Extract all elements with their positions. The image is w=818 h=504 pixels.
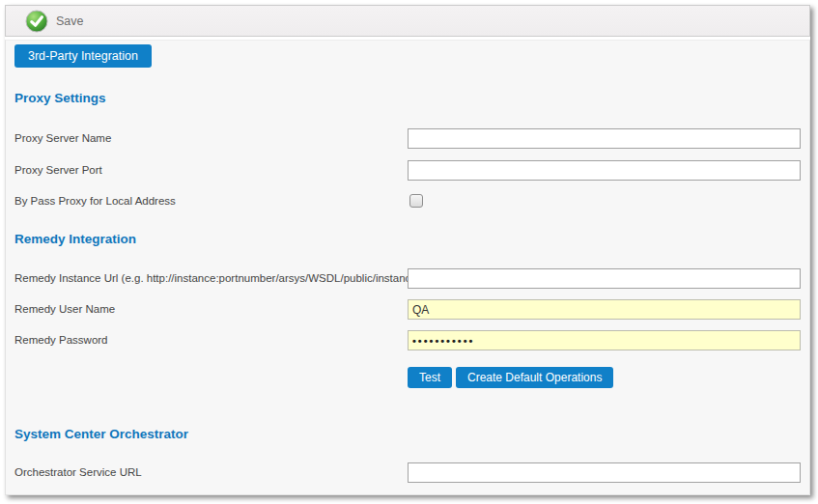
remedy-password-input[interactable]	[408, 330, 801, 350]
toolbar: Save	[5, 5, 810, 37]
proxy-server-port-input[interactable]	[408, 160, 801, 181]
save-check-icon	[25, 10, 48, 33]
orchestrator-service-url-input[interactable]	[408, 462, 801, 483]
remedy-user-name-input[interactable]	[408, 299, 801, 320]
save-button-label: Save	[56, 14, 84, 28]
system-center-orchestrator-title: System Center Orchestrator	[14, 427, 188, 441]
remedy-instance-url-input[interactable]	[408, 268, 801, 289]
create-default-operations-button[interactable]: Create Default Operations	[456, 367, 613, 388]
remedy-password-label: Remedy Password	[14, 330, 108, 350]
content-panel: 3rd-Party Integration Proxy Settings Pro…	[5, 40, 810, 495]
bypass-proxy-label: By Pass Proxy for Local Address	[14, 191, 176, 211]
remedy-instance-url-row: Remedy Instance Url (e.g. http://instanc…	[6, 268, 811, 289]
remedy-instance-url-label: Remedy Instance Url (e.g. http://instanc…	[14, 268, 421, 289]
remedy-password-row: Remedy Password	[6, 330, 811, 350]
bypass-proxy-checkbox[interactable]	[409, 194, 423, 208]
tab-3rd-party-integration[interactable]: 3rd-Party Integration	[14, 44, 152, 68]
proxy-server-name-label: Proxy Server Name	[14, 128, 111, 149]
remedy-buttons-row: Test Create Default Operations	[6, 367, 811, 388]
proxy-server-name-row: Proxy Server Name	[6, 128, 811, 149]
orchestrator-service-url-row: Orchestrator Service URL	[6, 462, 811, 483]
settings-window: Save 3rd-Party Integration Proxy Setting…	[5, 5, 810, 495]
save-button[interactable]: Save	[19, 8, 90, 35]
orchestrator-service-url-label: Orchestrator Service URL	[14, 462, 142, 483]
remedy-user-name-row: Remedy User Name	[6, 299, 811, 320]
proxy-server-port-label: Proxy Server Port	[14, 160, 102, 181]
proxy-settings-title: Proxy Settings	[14, 91, 106, 105]
test-button[interactable]: Test	[408, 367, 452, 388]
remedy-user-name-label: Remedy User Name	[14, 299, 115, 320]
proxy-server-port-row: Proxy Server Port	[6, 160, 811, 181]
remedy-integration-title: Remedy Integration	[14, 232, 136, 246]
proxy-server-name-input[interactable]	[408, 128, 801, 149]
bypass-proxy-row: By Pass Proxy for Local Address	[6, 191, 811, 211]
